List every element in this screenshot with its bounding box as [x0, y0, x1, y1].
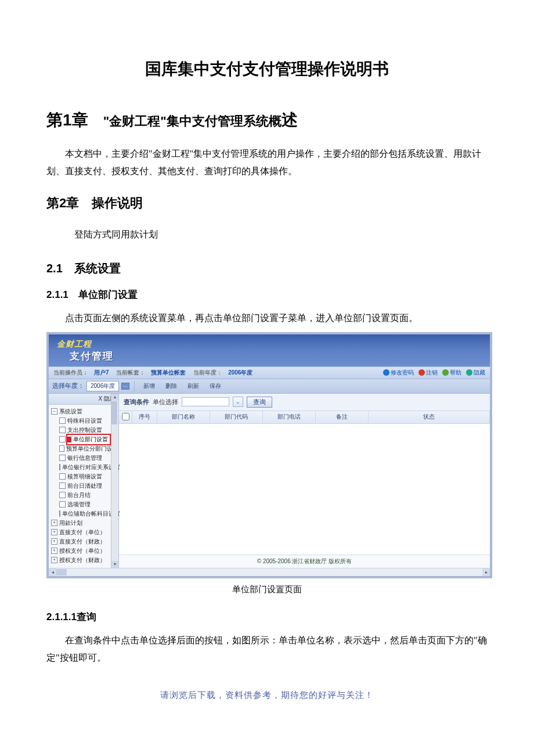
tree-item[interactable]: 前台月结	[51, 491, 118, 500]
table-body-empty	[119, 424, 490, 555]
chapter-1-quote-open: "	[103, 114, 109, 128]
login-paragraph: 登陆方式同用款计划	[74, 226, 488, 243]
section-2-1-1-1-heading: 2.1.1.1查询	[46, 610, 488, 624]
expand-icon[interactable]: +	[51, 538, 57, 545]
col-dept-tel: 部门电话	[263, 411, 316, 423]
tree-item[interactable]: 单位银行对应关系设置	[51, 463, 118, 472]
col-status: 状态	[369, 411, 490, 423]
operator-label: 当前操作员：	[53, 369, 88, 376]
unit-select-label: 单位选择	[153, 398, 178, 406]
col-remark: 备注	[316, 411, 369, 423]
horizontal-scrollbar[interactable]: ◂ ▸	[49, 568, 490, 576]
chapter-2-heading: 第2章 操作说明	[46, 195, 488, 212]
section-2-1-1-heading: 2.1.1 单位部门设置	[46, 288, 488, 301]
col-seq: 序号	[132, 411, 157, 423]
app-logo-line2: 支付管理	[70, 350, 483, 363]
section-2-1-1-paragraph: 点击页面左侧的系统设置菜单，再点击单位部门设置子菜单，进入单位部门设置页面。	[46, 309, 488, 327]
tree-group[interactable]: +用款计划	[51, 519, 118, 528]
col-dept-name: 部门名称	[157, 411, 210, 423]
scroll-track[interactable]	[56, 569, 482, 575]
sidebar-hide-button[interactable]: X 隐藏	[49, 394, 118, 405]
doc-title: 国库集中支付支付管理操作说明书	[46, 58, 488, 80]
change-password-link[interactable]: 修改密码	[383, 369, 414, 377]
unit-select-picker-button[interactable]: ⌄	[233, 397, 243, 407]
top-toolbar: 选择年度： 2006年度 ··· 新增 删除 刷新 保存	[49, 379, 490, 394]
main-panel: 查询条件 单位选择 ⌄ 查询 序号 部门名称 部门代码 部门电话 备注 状态 ©…	[119, 394, 490, 568]
logout-link[interactable]: 注销	[418, 369, 438, 377]
add-button[interactable]: 新增	[139, 381, 159, 391]
select-all-checkbox[interactable]	[122, 413, 129, 420]
tree-group[interactable]: +直接支付（财政）	[51, 537, 118, 546]
tree-item[interactable]: 银行信息管理	[51, 453, 118, 463]
tree-group[interactable]: +授权支付（财政）	[51, 556, 118, 565]
delete-button[interactable]: 删除	[161, 381, 181, 391]
scroll-up-icon[interactable]: ▴	[111, 394, 118, 401]
scroll-thumb[interactable]	[111, 401, 117, 424]
section-2-1-1-1-paragraph: 在查询条件中点击单位选择后面的按钮，如图所示：单击单位名称，表示选中，然后单击页…	[46, 632, 488, 667]
filter-bar: 查询条件 单位选择 ⌄ 查询	[119, 394, 490, 411]
leaf-icon	[59, 501, 66, 507]
scroll-thumb[interactable]	[56, 569, 67, 575]
query-button[interactable]: 查询	[247, 397, 272, 408]
col-checkbox[interactable]	[119, 411, 132, 423]
unit-select-input[interactable]	[182, 397, 229, 406]
chapter-1-heading: 第1章 "金财工程"集中支付管理系统概述	[46, 109, 488, 131]
account-label: 当前帐套：	[116, 369, 145, 376]
status-bar: © 2005-2006 浙江省财政厅 版权所有	[119, 555, 490, 568]
collapse-icon[interactable]: −	[51, 408, 57, 415]
year-picker-button[interactable]: ···	[121, 383, 129, 390]
leaf-icon	[59, 510, 60, 517]
tree-item[interactable]: 特殊科目设置	[51, 416, 118, 426]
scroll-down-icon[interactable]: ▾	[111, 561, 118, 568]
dot-icon	[466, 369, 472, 376]
sidebar-scrollbar[interactable]: ▴ ▾	[111, 394, 118, 568]
leaf-icon	[59, 417, 66, 424]
expand-icon[interactable]: +	[51, 548, 57, 554]
document-page: 国库集中支付支付管理操作说明书 第1章 "金财工程"集中支付管理系统概述 本文档…	[0, 0, 534, 724]
year-picker-label: 选择年度：	[52, 381, 84, 390]
tree-node-system-settings[interactable]: −系统设置	[51, 407, 118, 416]
tree-item[interactable]: 选项管理	[51, 500, 118, 509]
tree-item[interactable]: 单位辅助台帐科目设置	[51, 509, 118, 519]
expand-icon[interactable]: +	[51, 520, 57, 526]
info-bar: 当前操作员：用户7 当前帐套：预算单位帐套 当前年度：2006年度 修改密码 注…	[49, 366, 490, 379]
chapter-1-tail: 述	[282, 111, 298, 129]
expand-icon[interactable]: +	[51, 557, 57, 563]
scroll-right-icon[interactable]: ▸	[482, 568, 490, 576]
tree-item[interactable]: 核算明细设置	[51, 472, 118, 481]
tree-group[interactable]: +授权支付（单位）	[51, 546, 118, 556]
tree-group[interactable]: +直接支付（单位）	[51, 528, 118, 537]
nav-tree: −系统设置 特殊科目设置 支出控制设置 单位部门设置 预算单位分部门设置 银行信…	[49, 405, 118, 567]
tree-item[interactable]: 支出控制设置	[51, 426, 118, 435]
sidebar: X 隐藏 −系统设置 特殊科目设置 支出控制设置 单位部门设置 预算单位分部门设…	[49, 394, 119, 568]
filter-label: 查询条件	[124, 398, 149, 406]
chapter-1-rest: 集中支付管理系统概	[167, 114, 282, 128]
tree-item[interactable]: 前台日清处理	[51, 481, 118, 491]
help-link[interactable]: 帮助	[442, 369, 461, 377]
app-screenshot: 金财工程 支付管理 当前操作员：用户7 当前帐套：预算单位帐套 当前年度：200…	[46, 332, 492, 578]
expand-icon[interactable]: +	[51, 529, 57, 535]
save-button[interactable]: 保存	[205, 381, 225, 391]
section-2-1-heading: 2.1 系统设置	[46, 261, 488, 276]
hide-link[interactable]: 隐藏	[466, 369, 485, 377]
vertical-separator	[134, 381, 135, 391]
operator-value: 用户7	[94, 369, 109, 376]
leaf-icon	[59, 445, 64, 452]
info-right: 修改密码 注销 帮助 隐藏	[383, 369, 485, 377]
app-logo-line1: 金财工程	[57, 339, 483, 350]
dot-icon	[418, 369, 425, 376]
year-label: 当前年度：	[193, 369, 222, 376]
leaf-icon	[59, 483, 66, 489]
footer-note: 请浏览后下载，资料供参考，期待您的好评与关注！	[46, 690, 488, 701]
account-value: 预算单位帐套	[151, 369, 186, 376]
tree-item[interactable]: 预算单位分部门设置	[51, 444, 118, 453]
scroll-left-icon[interactable]: ◂	[49, 568, 56, 576]
refresh-button[interactable]: 刷新	[183, 381, 203, 391]
col-dept-code: 部门代码	[210, 411, 263, 423]
year-picker-value[interactable]: 2006年度	[86, 381, 119, 391]
toolbar-buttons: 新增 删除 刷新 保存	[136, 379, 229, 393]
leaf-icon	[59, 464, 60, 470]
tree-item-active[interactable]: 单位部门设置	[51, 435, 118, 444]
app-body: X 隐藏 −系统设置 特殊科目设置 支出控制设置 单位部门设置 预算单位分部门设…	[49, 394, 490, 568]
dot-icon	[383, 369, 389, 376]
